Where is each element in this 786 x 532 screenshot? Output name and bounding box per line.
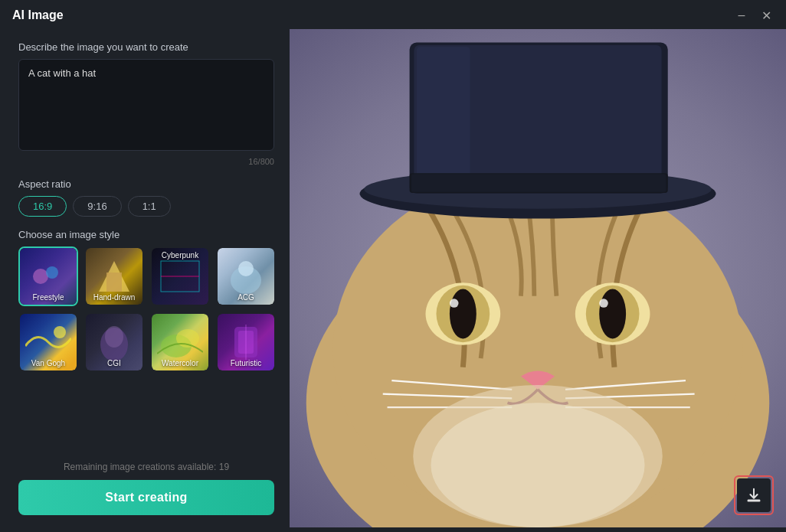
style-freestyle[interactable]: Freestyle (18, 246, 78, 306)
minimize-button[interactable]: – (734, 8, 749, 23)
cat-image (290, 29, 786, 527)
style-futuristic[interactable]: Futuristic (216, 312, 276, 372)
svg-point-37 (599, 299, 608, 308)
left-panel: Describe the image you want to create A … (0, 29, 290, 527)
svg-point-45 (431, 403, 645, 527)
svg-point-33 (450, 299, 459, 308)
remaining-text: Remaining image creations available: 19 (18, 462, 274, 472)
prompt-label: Describe the image you want to create (18, 41, 274, 53)
svg-point-36 (599, 289, 626, 338)
app-title: AI Image (12, 8, 64, 22)
svg-point-0 (33, 269, 48, 284)
style-label: Choose an image style (18, 229, 274, 240)
ar-11-button[interactable]: 1:1 (128, 196, 171, 217)
title-bar: AI Image – ✕ (0, 0, 786, 29)
style-cgi[interactable]: CGI (84, 312, 144, 372)
start-creating-button[interactable]: Start creating (18, 480, 274, 515)
style-vangogh-label: Van Gogh (20, 359, 77, 367)
close-button[interactable]: ✕ (758, 8, 774, 23)
svg-point-8 (54, 326, 66, 338)
svg-rect-27 (417, 47, 470, 189)
bottom-section: Remaining image creations available: 19 … (18, 454, 274, 515)
svg-rect-46 (748, 500, 761, 502)
prompt-section: Describe the image you want to create A … (18, 41, 274, 178)
ar-916-button[interactable]: 9:16 (73, 196, 121, 217)
style-freestyle-label: Freestyle (20, 293, 77, 302)
aspect-ratio-buttons: 16:9 9:16 1:1 (18, 196, 274, 217)
svg-point-32 (450, 289, 477, 338)
cat-illustration (290, 29, 786, 527)
style-cyberpunk[interactable]: Cyberpunk (150, 246, 210, 306)
char-count: 16/800 (18, 157, 274, 166)
style-watercolor-label: Watercolor (152, 359, 208, 367)
svg-rect-29 (411, 174, 666, 191)
style-watercolor[interactable]: Watercolor (150, 312, 210, 372)
style-vangogh[interactable]: Van Gogh (18, 312, 78, 372)
aspect-ratio-label: Aspect ratio (18, 178, 274, 190)
svg-rect-3 (106, 273, 122, 292)
style-handdrawn-label: Hand-drawn (86, 293, 142, 302)
style-futuristic-label: Futuristic (218, 359, 274, 367)
style-cyberpunk-label: Cyberpunk (152, 251, 208, 259)
style-acg[interactable]: ACG (216, 246, 276, 306)
style-cgi-label: CGI (86, 359, 142, 367)
window-controls: – ✕ (734, 8, 774, 23)
style-acg-label: ACG (218, 293, 274, 302)
style-grid: Freestyle Hand-drawn (18, 246, 274, 372)
download-button-wrapper (734, 475, 774, 515)
download-button[interactable] (737, 478, 771, 512)
svg-point-10 (105, 326, 123, 348)
ar-169-button[interactable]: 16:9 (18, 196, 67, 217)
right-panel (290, 29, 786, 527)
prompt-input[interactable]: A cat with a hat (18, 59, 274, 151)
main-layout: Describe the image you want to create A … (0, 29, 786, 527)
style-section: Choose an image style Freestyle (18, 229, 274, 372)
style-handdrawn[interactable]: Hand-drawn (84, 246, 144, 306)
aspect-ratio-section: Aspect ratio 16:9 9:16 1:1 (18, 178, 274, 217)
svg-point-7 (238, 261, 254, 276)
svg-point-1 (46, 266, 58, 279)
